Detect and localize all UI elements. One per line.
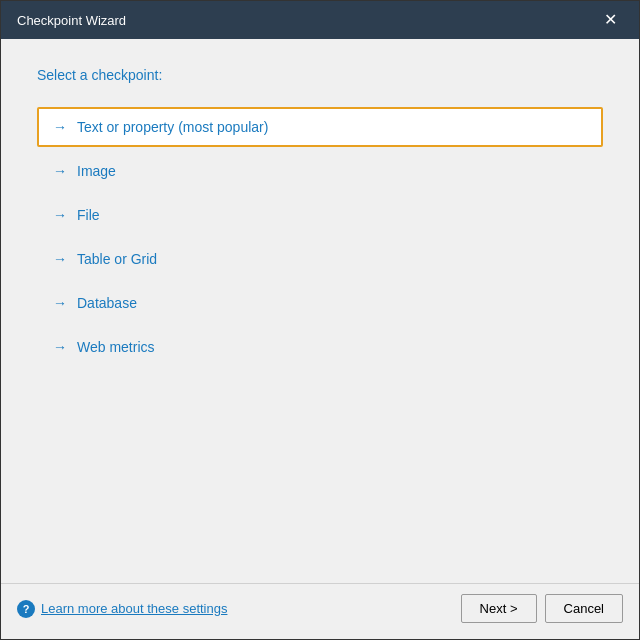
help-link-text: Learn more about these settings <box>41 601 227 616</box>
options-list: →Text or property (most popular)→Image→F… <box>37 107 603 367</box>
dialog-title: Checkpoint Wizard <box>17 13 126 28</box>
dialog-body: Select a checkpoint: →Text or property (… <box>1 39 639 583</box>
footer: ? Learn more about these settings Next >… <box>1 583 639 639</box>
arrow-icon: → <box>53 295 67 311</box>
option-label-image: Image <box>77 163 116 179</box>
arrow-icon: → <box>53 207 67 223</box>
help-link[interactable]: ? Learn more about these settings <box>17 600 227 618</box>
footer-buttons: Next > Cancel <box>461 594 623 623</box>
option-label-text-property: Text or property (most popular) <box>77 119 268 135</box>
option-label-file: File <box>77 207 100 223</box>
arrow-icon: → <box>53 163 67 179</box>
cancel-button[interactable]: Cancel <box>545 594 623 623</box>
option-web-metrics[interactable]: →Web metrics <box>37 327 603 367</box>
option-label-database: Database <box>77 295 137 311</box>
help-icon: ? <box>17 600 35 618</box>
next-button[interactable]: Next > <box>461 594 537 623</box>
spacer <box>37 367 603 567</box>
arrow-icon: → <box>53 251 67 267</box>
option-image[interactable]: →Image <box>37 151 603 191</box>
option-table-grid[interactable]: →Table or Grid <box>37 239 603 279</box>
checkpoint-wizard-dialog: Checkpoint Wizard ✕ Select a checkpoint:… <box>0 0 640 640</box>
option-text-property[interactable]: →Text or property (most popular) <box>37 107 603 147</box>
option-label-table-grid: Table or Grid <box>77 251 157 267</box>
option-file[interactable]: →File <box>37 195 603 235</box>
prompt-label: Select a checkpoint: <box>37 67 603 83</box>
option-database[interactable]: →Database <box>37 283 603 323</box>
arrow-icon: → <box>53 119 67 135</box>
arrow-icon: → <box>53 339 67 355</box>
title-bar: Checkpoint Wizard ✕ <box>1 1 639 39</box>
close-button[interactable]: ✕ <box>598 10 623 30</box>
option-label-web-metrics: Web metrics <box>77 339 155 355</box>
